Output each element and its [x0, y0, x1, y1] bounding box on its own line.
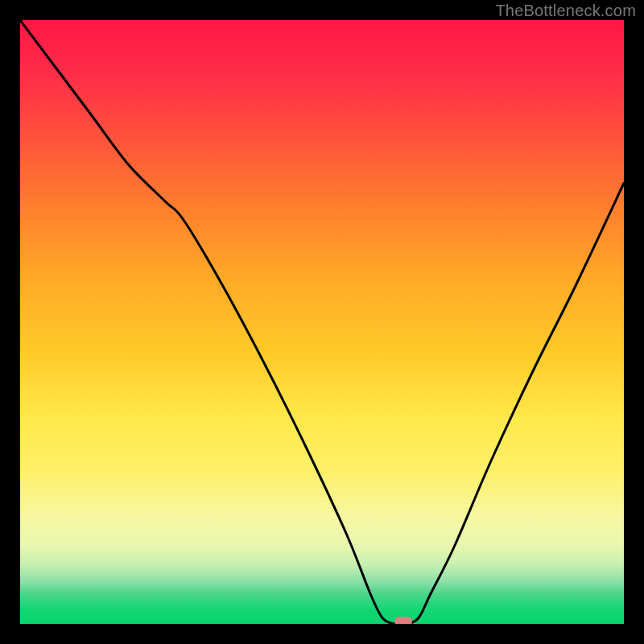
chart-frame: TheBottleneck.com	[0, 0, 644, 644]
bottleneck-curve	[20, 20, 624, 624]
optimal-marker	[394, 617, 412, 624]
watermark-text: TheBottleneck.com	[495, 2, 636, 20]
plot-area	[20, 20, 624, 624]
